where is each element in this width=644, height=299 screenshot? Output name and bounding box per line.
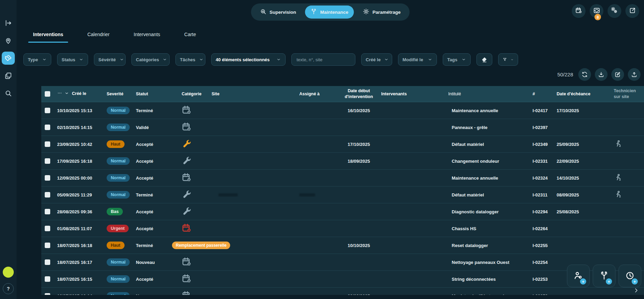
created-cell: 17/09/2025 16:18 bbox=[55, 159, 107, 164]
edit-square-button[interactable] bbox=[611, 68, 624, 81]
download-button[interactable] bbox=[595, 68, 608, 81]
created-cell: 28/08/2025 09:36 bbox=[55, 209, 107, 214]
calendar-user-button[interactable] bbox=[572, 4, 586, 18]
tab-carte[interactable]: Carte bbox=[180, 30, 200, 43]
redacted-site bbox=[218, 193, 238, 196]
number-cell: I-02254 bbox=[529, 260, 550, 265]
title-cell: Maintenance annuelle bbox=[448, 175, 529, 181]
table-row[interactable]: 02/10/2025 14:15NormalValidéPanneaux - g… bbox=[41, 119, 644, 136]
table-row[interactable]: 01/08/2025 11:07UrgentAcceptéChassis HSI… bbox=[41, 220, 644, 237]
tab-intervenants[interactable]: Intervenants bbox=[130, 30, 164, 43]
gears-button[interactable] bbox=[608, 4, 621, 18]
status-cell: Accepté bbox=[136, 226, 172, 231]
row-checkbox[interactable] bbox=[45, 158, 50, 164]
ellipsis-icon[interactable] bbox=[57, 90, 62, 97]
number-cell: I-02253 bbox=[529, 277, 550, 282]
table-row[interactable]: 18/07/2025 16:18HautTerminéRemplacement … bbox=[41, 237, 644, 254]
refresh-button[interactable] bbox=[578, 68, 591, 81]
category-cell bbox=[172, 206, 212, 217]
plus-badge: + bbox=[606, 278, 612, 285]
filter-type[interactable]: Type bbox=[23, 53, 51, 66]
row-checkbox[interactable] bbox=[45, 192, 50, 197]
table-row[interactable]: 12/09/2025 00:00NormalAcceptéMaintenance… bbox=[41, 169, 644, 186]
search-input[interactable] bbox=[296, 57, 351, 63]
mode-maintenance[interactable]: Maintenance bbox=[305, 6, 354, 19]
severity-badge: Haut bbox=[107, 242, 125, 249]
filter-selected-elements-label: 40 éléments sélectionnés bbox=[216, 57, 270, 62]
clear-filters-button[interactable] bbox=[476, 53, 492, 66]
select-cell bbox=[41, 226, 55, 231]
result-count: 50/228 bbox=[557, 72, 573, 77]
filter-type-label: Type bbox=[28, 57, 38, 62]
tags-icon[interactable] bbox=[2, 52, 15, 65]
column-header-intitule: Intitulé bbox=[448, 91, 529, 97]
inbox-button[interactable]: 8 bbox=[590, 4, 603, 18]
interventions-table: Créé leSeveritéStatutCatégorieSiteAssign… bbox=[41, 86, 644, 299]
severity-badge: Normal bbox=[107, 157, 130, 165]
row-checkbox[interactable] bbox=[45, 259, 50, 265]
mode-parametrage[interactable]: Paramétrage bbox=[357, 6, 406, 19]
table-row[interactable]: 17/09/2025 16:18NormalAccepté18/09/2025C… bbox=[41, 152, 644, 169]
map-pin-icon[interactable] bbox=[2, 34, 15, 47]
table-row[interactable]: 23/09/2025 10:42HautAccepté17/10/2025Déf… bbox=[41, 136, 644, 152]
external-link-icon bbox=[629, 7, 636, 15]
filter-taches[interactable]: Tâches bbox=[175, 53, 205, 66]
severity-cell: Normal bbox=[107, 191, 136, 199]
redacted-assignee bbox=[299, 193, 315, 196]
category-tag: Remplacement passerelle bbox=[172, 242, 230, 249]
filter-status[interactable]: Status bbox=[57, 53, 88, 66]
title-cell: Défaut matériel bbox=[448, 142, 529, 147]
help-button[interactable]: ? bbox=[3, 283, 14, 294]
table-row[interactable]: 28/08/2025 09:36BasAcceptéDiagnostic dat… bbox=[41, 203, 644, 220]
add-clock-button[interactable]: + bbox=[619, 265, 641, 287]
search-filter bbox=[291, 53, 355, 66]
chevron-down-icon[interactable] bbox=[64, 91, 69, 97]
title-cell: Reset datalogger bbox=[448, 243, 529, 248]
number-cell: I-02255 bbox=[529, 243, 550, 248]
chevron-right-icon[interactable] bbox=[633, 287, 639, 295]
expand-icon[interactable] bbox=[2, 17, 15, 30]
table-row[interactable]: 18/07/2025 16:15NormalAcceptéString déco… bbox=[41, 270, 644, 287]
table-row[interactable]: 05/09/2025 11:29NormalTerminéDéfaut maté… bbox=[41, 186, 644, 203]
external-link-button[interactable] bbox=[625, 4, 639, 18]
calendar-user-icon bbox=[182, 105, 192, 116]
user-status-dot[interactable] bbox=[3, 267, 14, 278]
row-checkbox[interactable] bbox=[45, 175, 50, 181]
table-row[interactable]: 18/07/2025 16:17NormalNouveauNettoyage p… bbox=[41, 254, 644, 270]
row-checkbox[interactable] bbox=[45, 276, 50, 282]
row-checkbox[interactable] bbox=[45, 226, 50, 231]
select-cell bbox=[41, 192, 55, 197]
select-all-checkbox[interactable] bbox=[45, 91, 50, 97]
add-person-clock-button[interactable]: + bbox=[567, 265, 590, 287]
filter-cree-le[interactable]: Créé le bbox=[361, 53, 392, 66]
advanced-filter-button[interactable] bbox=[498, 53, 518, 66]
filter-modifie-le[interactable]: Modifié le bbox=[398, 53, 437, 66]
upload-button[interactable] bbox=[628, 68, 641, 81]
row-checkbox[interactable] bbox=[45, 125, 50, 130]
filter-tags[interactable]: Tags bbox=[443, 53, 471, 66]
title-cell: Changement onduleur bbox=[448, 159, 529, 164]
category-cell bbox=[172, 189, 212, 201]
row-checkbox[interactable] bbox=[45, 141, 50, 147]
severity-badge: Normal bbox=[107, 107, 130, 114]
filter-severite[interactable]: Sévérité bbox=[94, 53, 126, 66]
column-label: Créé le bbox=[72, 91, 86, 96]
calendar-user-icon bbox=[182, 257, 192, 268]
filter-categories[interactable]: Catégories bbox=[131, 53, 170, 66]
table-row[interactable]: 10/10/2025 15:13NormalTerminé16/10/2025M… bbox=[41, 102, 644, 119]
tech-on-site-cell bbox=[598, 190, 644, 200]
tab-calendrier[interactable]: Calendrier bbox=[83, 30, 114, 43]
row-checkbox[interactable] bbox=[45, 209, 50, 214]
category-cell bbox=[172, 139, 212, 150]
copy-icon[interactable] bbox=[2, 69, 15, 82]
created-cell: 18/07/2025 16:17 bbox=[55, 260, 107, 265]
filter-selected-elements[interactable]: 40 éléments sélectionnés bbox=[211, 53, 286, 66]
tab-interventions[interactable]: Interventions bbox=[29, 30, 67, 43]
status-cell: Accepté bbox=[136, 159, 172, 164]
row-checkbox[interactable] bbox=[45, 108, 50, 113]
add-wrench-fork-button[interactable]: + bbox=[593, 265, 615, 287]
search-icon[interactable] bbox=[2, 87, 15, 100]
row-checkbox[interactable] bbox=[45, 243, 50, 248]
mode-supervision[interactable]: Supervision bbox=[255, 6, 302, 19]
status-cell: Terminé bbox=[136, 192, 172, 197]
